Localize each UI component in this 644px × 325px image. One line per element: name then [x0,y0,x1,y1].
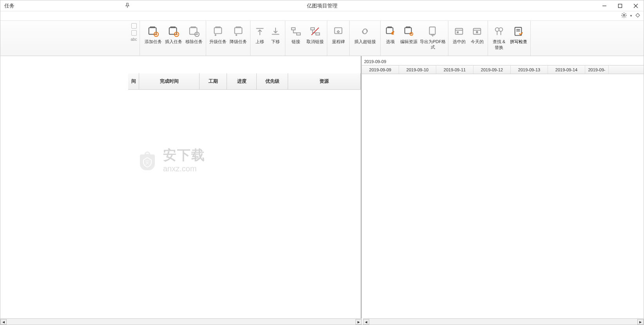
ribbon-group-move: 上移 下移 [250,21,285,56]
col-priority[interactable]: 优先级 [257,73,288,89]
gantt-pane: 2019-09-09 2019-09-09 2019-09-10 2019-09… [362,56,644,318]
ribbon-stub: abc [128,21,140,56]
watermark: 安 安下载 anxz.com [136,146,205,173]
svg-rect-1 [619,4,622,8]
maximize-button[interactable] [612,0,628,11]
svg-rect-9 [190,28,197,34]
col-progress[interactable]: 进度 [227,73,257,89]
left-scrollbar[interactable]: ◂ ▸ [0,318,362,325]
scroll-right-icon[interactable]: ▸ [356,319,362,325]
ribbon-group-goto: 选中的 今天的 [448,21,488,56]
grid-header: 间 完成时间 工期 进度 优先级 资源 [128,73,361,90]
svg-rect-17 [311,28,314,30]
export-pdf-button[interactable]: 导出为PDF格式 [419,23,446,50]
gantt-week-label: 2019-09-09 [362,58,644,65]
scroll-left-icon[interactable]: ◂ [0,319,7,325]
scroll-left-icon[interactable]: ◂ [363,319,369,325]
dropdown-stub-icon[interactable] [131,23,137,29]
edit-resources-button[interactable]: 编辑资源 [399,23,419,44]
ribbon-toolbar: abc 添加任务 插入任务 移除任务 升级任务 降级任务 上移 [0,21,644,56]
ribbon-group-milestone: 里程碑 [327,21,350,56]
content-split: 间 完成时间 工期 进度 优先级 资源 安 安下载 anxz.com 2019-… [0,56,644,318]
ribbon-group-indent: 升级任务 降级任务 [206,21,250,56]
spell-check-button[interactable]: 拼写检查 [508,23,529,44]
unlink-button[interactable]: 取消链接 [305,23,325,44]
ribbon-group-tasks: 添加任务 插入任务 移除任务 [141,21,206,56]
remove-task-button[interactable]: 移除任务 [184,23,204,44]
link-button[interactable]: 链接 [287,23,305,44]
gantt-date[interactable]: 2019-09-14 [548,65,585,74]
col-duration[interactable]: 工期 [200,73,227,89]
collapse-ribbon-icon[interactable] [635,13,640,19]
svg-rect-29 [457,31,459,33]
move-up-button[interactable]: 上移 [252,23,268,44]
svg-rect-12 [235,28,242,34]
svg-point-25 [411,33,412,34]
col-finish[interactable]: 完成时间 [139,73,200,89]
milestone-button[interactable]: 里程碑 [329,23,348,44]
col-resources[interactable]: 资源 [288,73,361,89]
settings-gear-icon[interactable] [621,12,627,20]
gantt-date-row: 2019-09-09 2019-09-10 2019-09-11 2019-09… [362,65,644,74]
right-scrollbar[interactable]: ◂ ▸ [363,318,644,325]
ribbon-group-link: 链接 取消链接 [285,21,327,56]
svg-rect-18 [316,33,319,35]
gantt-date[interactable]: 2019-09-13 [511,65,548,74]
close-button[interactable] [628,0,644,11]
gantt-date[interactable]: 2019-09-12 [473,65,511,74]
upgrade-task-button[interactable]: 升级任务 [208,23,228,44]
insert-hyperlink-button[interactable]: 插入超链接 [351,23,379,44]
svg-rect-15 [292,28,295,30]
pin-icon[interactable] [125,3,130,8]
add-task-button[interactable]: 添加任务 [143,23,163,44]
settings-dropdown-icon[interactable]: ▼ [629,14,633,18]
gantt-date[interactable]: 2019-09-10 [399,65,436,74]
gantt-date[interactable]: 2019-09-09 [362,65,399,74]
dropdown-stub-icon[interactable] [131,30,137,36]
window-controls [597,0,644,11]
options-button[interactable]: 选项 [382,23,399,44]
panel-title: 任务 [0,2,18,9]
find-replace-button[interactable]: 查找 & 替换 [490,23,508,50]
svg-point-33 [495,28,499,31]
ribbon-group-hyperlink: 插入超链接 [350,21,381,56]
col-time-partial[interactable]: 间 [128,73,139,89]
svg-rect-16 [297,33,300,35]
svg-point-4 [623,15,625,16]
ribbon-group-edit: 查找 & 替换 拼写检查 [488,21,531,56]
svg-rect-11 [214,28,222,34]
scroll-right-icon[interactable]: ▸ [637,319,644,325]
title-bar: 任务 亿图项目管理 [0,0,644,11]
downgrade-task-button[interactable]: 降级任务 [228,23,249,44]
gantt-date[interactable]: 2019-09- [585,65,609,74]
svg-text:安: 安 [145,160,150,165]
svg-rect-27 [455,29,463,34]
gantt-date[interactable]: 2019-09-11 [436,65,473,74]
move-down-button[interactable]: 下移 [268,23,283,44]
minimize-button[interactable] [597,0,612,11]
svg-marker-22 [394,31,395,33]
goto-today-button[interactable]: 今天的 [468,23,486,44]
svg-rect-7 [169,28,177,34]
ribbon-group-resources: 选项 编辑资源 导出为PDF格式 [381,21,448,56]
secondary-bar: ▼ [0,11,644,21]
abc-label: abc [131,37,137,42]
svg-rect-26 [430,27,435,34]
svg-rect-5 [149,28,156,34]
insert-task-button[interactable]: 插入任务 [163,23,184,44]
svg-point-32 [476,31,478,33]
goto-selected-button[interactable]: 选中的 [450,23,468,44]
task-grid-pane: 间 完成时间 工期 进度 优先级 资源 安 安下载 anxz.com [0,56,362,318]
svg-point-34 [499,28,503,31]
app-title: 亿图项目管理 [307,2,337,9]
